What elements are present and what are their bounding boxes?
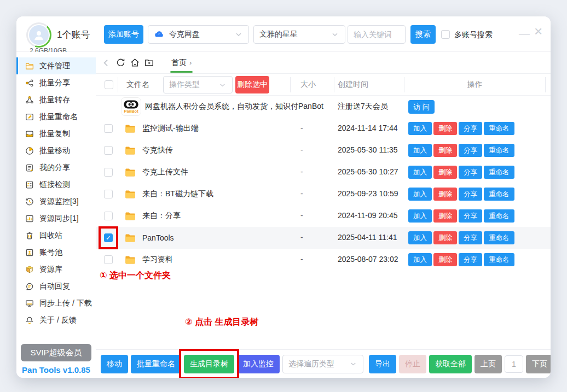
delete-selected-button[interactable]: 删除选中 — [235, 76, 269, 93]
add-account-button[interactable]: 添加账号 — [104, 25, 143, 44]
rename-button[interactable]: 重命名 — [484, 122, 514, 135]
stop-button[interactable]: 停止 — [399, 355, 426, 373]
close-icon[interactable]: × — [534, 24, 542, 38]
join-button[interactable]: 加入 — [408, 188, 432, 201]
add-monitor-button[interactable]: 加入监控 — [237, 355, 280, 373]
page-number-input[interactable] — [505, 355, 523, 373]
folder-icon — [123, 210, 137, 223]
delete-button[interactable]: 删除 — [433, 209, 457, 223]
account-select[interactable]: 文雅的星星 — [253, 25, 345, 44]
traverse-type-select[interactable]: 选择遍历类型 — [282, 355, 363, 373]
sidebar-item[interactable]: 账号池 — [16, 244, 96, 261]
rename-button[interactable]: 重命名 — [484, 166, 514, 179]
search-button[interactable]: 搜索 — [410, 25, 436, 44]
rename-button[interactable]: 重命名 — [484, 144, 514, 157]
document-icon — [25, 163, 34, 173]
join-button[interactable]: 加入 — [408, 166, 432, 179]
share-button[interactable]: 分享 — [459, 188, 482, 201]
new-folder-icon[interactable] — [142, 56, 156, 70]
sidebar-item[interactable]: 批量重命名 — [16, 108, 96, 125]
delete-button[interactable]: 删除 — [433, 253, 457, 266]
delete-button[interactable]: 删除 — [433, 166, 457, 179]
batch-rename-button[interactable]: 批量重命名 — [131, 355, 181, 373]
search-input[interactable] — [348, 25, 406, 44]
minimize-icon[interactable]: — — [519, 27, 530, 40]
join-button[interactable]: 加入 — [408, 231, 432, 244]
file-created: 2024-11-14 17:44 — [338, 124, 398, 132]
delete-button[interactable]: 删除 — [433, 231, 457, 244]
select-all-checkbox[interactable] — [105, 80, 113, 89]
sidebar-item[interactable]: 自动回复 — [16, 278, 96, 295]
share-button[interactable]: 分享 — [459, 144, 482, 157]
sidebar-item[interactable]: 资源监控[3] — [16, 193, 96, 210]
delete-button[interactable]: 删除 — [433, 188, 457, 201]
rename-button[interactable]: 重命名 — [484, 188, 514, 201]
multi-account-checkbox[interactable] — [441, 30, 450, 39]
account-count: 1个账号 — [57, 28, 90, 41]
next-page-button[interactable]: 下页 — [526, 355, 551, 373]
share-button[interactable]: 分享 — [459, 231, 482, 244]
action-type-select[interactable]: 操作类型 — [163, 76, 233, 93]
drive-select[interactable]: 夸克网盘 — [148, 25, 249, 44]
fetch-all-button[interactable]: 获取全部 — [429, 355, 472, 373]
row-checkbox[interactable] — [104, 168, 113, 177]
sidebar-item[interactable]: 批量转存 — [16, 91, 96, 108]
sidebar-item-label: 批量分享 — [39, 78, 70, 88]
move-button[interactable]: 移动 — [101, 355, 128, 373]
rename-button[interactable]: 重命名 — [484, 231, 514, 244]
sidebar-item[interactable]: 批量分享 — [16, 74, 96, 91]
folder-icon — [123, 254, 137, 266]
rename-button[interactable]: 重命名 — [484, 209, 514, 223]
sidebar-item[interactable]: 文件管理 — [16, 57, 96, 74]
generate-tree-button[interactable]: 生成目录树 — [184, 355, 234, 373]
sidebar-item[interactable]: 我的分享 — [16, 159, 96, 176]
sidebar-item[interactable]: 同步上传 / 下载 — [16, 295, 96, 312]
cloud-icon — [154, 29, 165, 40]
prev-page-button[interactable]: 上页 — [475, 355, 502, 373]
row-checkbox[interactable] — [104, 124, 113, 133]
file-name[interactable]: PanTools — [142, 233, 174, 242]
share-button[interactable]: 分享 — [459, 166, 482, 179]
sidebar-item[interactable]: 关于 / 反馈 — [16, 312, 96, 329]
share-icon — [25, 78, 34, 88]
sidebar-item[interactable]: 回收站 — [16, 227, 96, 244]
join-button[interactable]: 加入 — [408, 253, 432, 266]
file-name[interactable]: 夸克上传文件 — [142, 167, 188, 177]
share-button[interactable]: 分享 — [459, 122, 482, 135]
sidebar-item[interactable]: 资源同步[1] — [16, 210, 96, 227]
avatar[interactable] — [26, 22, 51, 48]
file-name[interactable]: 学习资料 — [142, 255, 173, 265]
sidebar-item[interactable]: 资源库 — [16, 261, 96, 278]
share-button[interactable]: 分享 — [459, 253, 482, 266]
file-name[interactable]: 监控测试-输出端 — [142, 124, 199, 133]
home-icon[interactable] — [128, 56, 142, 70]
panbot-logo[interactable]: PanBot — [121, 97, 141, 116]
sidebar-item[interactable]: 批量移动 — [16, 142, 96, 159]
tab-home[interactable]: 首页 › — [171, 58, 192, 68]
sidebar-item[interactable]: 批量复制 — [16, 125, 96, 142]
top-bar: 1个账号 2.6GB/10GB 添加账号 夸克网盘 文雅的星星 搜索 — [16, 16, 551, 52]
export-button[interactable]: 导出 — [369, 355, 396, 373]
row-checkbox[interactable] — [104, 146, 113, 155]
file-name[interactable]: 来自：BT磁力链下载 — [142, 189, 213, 199]
join-button[interactable]: 加入 — [408, 209, 432, 223]
sidebar-item-label: 资源监控[3] — [39, 197, 79, 207]
row-checkbox[interactable] — [104, 255, 113, 264]
join-button[interactable]: 加入 — [408, 122, 432, 135]
row-checkbox[interactable] — [104, 212, 113, 220]
row-checkbox[interactable] — [104, 190, 113, 198]
file-name[interactable]: 来自：分享 — [142, 211, 181, 221]
sidebar-item[interactable]: 链接检测 — [16, 176, 96, 193]
refresh-icon[interactable] — [113, 56, 128, 70]
delete-button[interactable]: 删除 — [433, 144, 457, 157]
share-button[interactable]: 分享 — [459, 209, 482, 223]
back-icon[interactable] — [99, 56, 113, 70]
svip-member-button[interactable]: SVIP超级会员 — [21, 344, 91, 361]
join-button[interactable]: 加入 — [408, 144, 432, 157]
file-created: 2024-11-09 20:45 — [338, 211, 398, 220]
file-name[interactable]: 夸克快传 — [142, 145, 173, 155]
sidebar-item-label: 批量转存 — [39, 95, 70, 105]
delete-button[interactable]: 删除 — [433, 122, 457, 135]
rename-button[interactable]: 重命名 — [484, 253, 514, 266]
visit-button[interactable]: 访 问 — [408, 100, 435, 114]
